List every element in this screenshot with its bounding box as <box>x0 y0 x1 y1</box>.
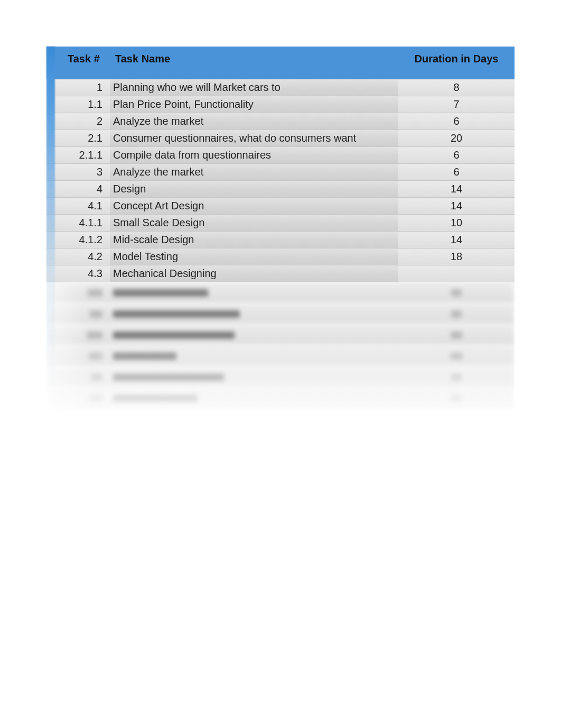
cell-task-number: 1 <box>46 79 110 96</box>
cell-duration: 6 <box>398 164 515 181</box>
cell-duration <box>398 265 515 282</box>
table-row: 3 Analyze the market 6 <box>46 164 515 181</box>
cell-task-number: 2.1.1 <box>46 147 110 164</box>
blurred-row <box>46 325 515 346</box>
blurred-row <box>46 282 515 303</box>
table-row: 4 Design 14 <box>46 181 515 198</box>
blurred-row <box>46 346 515 367</box>
cell-duration: 7 <box>398 96 515 113</box>
cell-task-number: 4.1.1 <box>46 215 110 232</box>
cell-task-name: Consumer questionnaires, what do consume… <box>110 130 398 147</box>
cell-task-name: Concept Art Design <box>110 198 398 215</box>
blurred-row <box>46 303 515 325</box>
task-table: Task # Task Name Duration in Days 1 Plan… <box>46 47 515 282</box>
table-row: 2 Analyze the market 6 <box>46 113 515 130</box>
cell-duration: 8 <box>398 79 515 96</box>
cell-duration: 14 <box>398 232 515 248</box>
cell-duration: 6 <box>398 147 515 164</box>
cell-task-number: 4.1 <box>46 198 110 215</box>
cell-task-name: Compile data from questionnaires <box>110 147 398 164</box>
cell-task-number: 4.2 <box>46 248 110 265</box>
table-row: 4.1 Concept Art Design 14 <box>46 198 515 215</box>
blurred-row <box>46 388 515 409</box>
cell-task-name: Mid-scale Design <box>110 232 398 248</box>
cell-duration: 14 <box>398 198 515 215</box>
cell-duration: 20 <box>398 130 515 147</box>
cell-task-name: Plan Price Point, Functionality <box>110 96 398 113</box>
task-table-body: 1 Planning who we will Market cars to 8 … <box>46 79 515 282</box>
col-header-task-number: Task # <box>46 47 110 79</box>
task-table-container: Task # Task Name Duration in Days 1 Plan… <box>46 47 515 420</box>
cell-task-number: 1.1 <box>46 96 110 113</box>
cell-duration: 14 <box>398 181 515 198</box>
cell-task-name: Planning who we will Market cars to <box>110 79 398 96</box>
table-row: 1 Planning who we will Market cars to 8 <box>46 79 515 96</box>
cell-task-number: 4.3 <box>46 265 110 282</box>
cell-task-number: 4 <box>46 181 110 198</box>
table-row: 1.1 Plan Price Point, Functionality 7 <box>46 96 515 113</box>
table-row: 4.1.2 Mid-scale Design 14 <box>46 232 515 248</box>
cell-task-name: Design <box>110 181 398 198</box>
cell-task-number: 2 <box>46 113 110 130</box>
table-row: 2.1.1 Compile data from questionnaires 6 <box>46 147 515 164</box>
cell-task-name: Analyze the market <box>110 113 398 130</box>
cell-duration: 6 <box>398 113 515 130</box>
cell-task-name: Small Scale Design <box>110 215 398 232</box>
blurred-preview-area <box>46 282 515 420</box>
cell-task-number: 3 <box>46 164 110 181</box>
cell-task-number: 4.1.2 <box>46 232 110 248</box>
col-header-task-name: Task Name <box>110 47 398 79</box>
cell-duration: 10 <box>398 215 515 232</box>
cell-task-name: Analyze the market <box>110 164 398 181</box>
task-table-header: Task # Task Name Duration in Days <box>46 47 515 79</box>
side-accent-bar <box>46 47 55 393</box>
cell-duration: 18 <box>398 248 515 265</box>
cell-task-number: 2.1 <box>46 130 110 147</box>
cell-task-name: Mechanical Designing <box>110 265 398 282</box>
col-header-duration: Duration in Days <box>398 47 515 79</box>
table-row: 4.2 Model Testing 18 <box>46 248 515 265</box>
blurred-row <box>46 367 515 388</box>
table-row: 2.1 Consumer questionnaires, what do con… <box>46 130 515 147</box>
table-row: 4.1.1 Small Scale Design 10 <box>46 215 515 232</box>
cell-task-name: Model Testing <box>110 248 398 265</box>
table-row: 4.3 Mechanical Designing <box>46 265 515 282</box>
